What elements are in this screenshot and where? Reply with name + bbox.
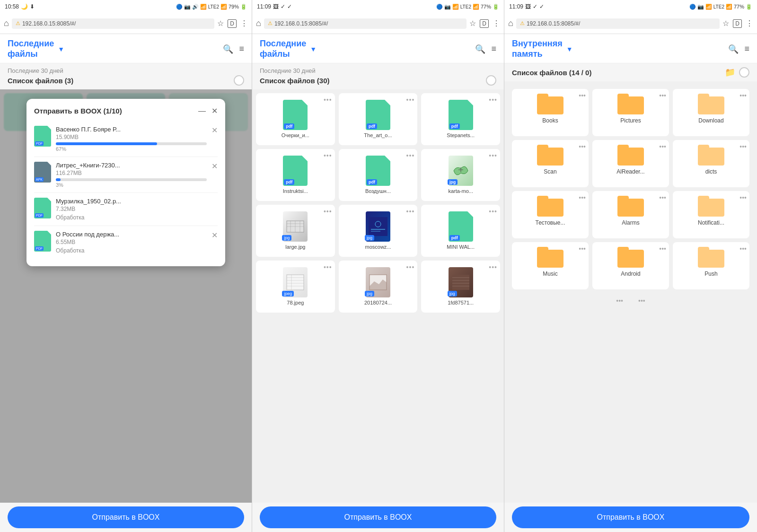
dots-p2-1[interactable]: •••	[406, 96, 415, 104]
dots-p2-7[interactable]: •••	[406, 208, 415, 215]
folder-dots-push[interactable]: •••	[739, 245, 747, 253]
file-card-p2-10[interactable]: ••• jpg 20180724...	[339, 261, 418, 313]
folder-dots-download[interactable]: •••	[739, 92, 747, 99]
dialog-item-size-1: 15.90MB	[56, 134, 207, 140]
home-icon-2[interactable]: ⌂	[256, 18, 261, 28]
close-item-4[interactable]: ✕	[211, 231, 218, 240]
bookmark-icon-2[interactable]: ☆	[469, 19, 476, 28]
thumb-p2-0: pdf	[281, 97, 309, 130]
bookmark-icon-3[interactable]: ☆	[722, 19, 729, 28]
dots-p2-6[interactable]: •••	[324, 208, 332, 215]
folder-card-testovye[interactable]: ••• Тестовые...	[512, 191, 589, 238]
home-icon-3[interactable]: ⌂	[508, 18, 513, 28]
dots-p2-8[interactable]: •••	[489, 208, 497, 215]
folder-card-android[interactable]: ••• Android	[592, 242, 669, 289]
folder-dots-alarms[interactable]: •••	[659, 194, 666, 201]
file-card-p2-8[interactable]: ••• pdf MINI WAL...	[421, 205, 500, 257]
new-folder-icon[interactable]: 📁	[725, 67, 735, 78]
folder-dots-alreader[interactable]: •••	[659, 143, 666, 150]
dots-p2-3[interactable]: •••	[324, 152, 332, 159]
folder-card-music[interactable]: ••• Music	[512, 242, 589, 289]
folder-dots-books[interactable]: •••	[579, 92, 586, 99]
app-title-3: Внутренняя память	[512, 39, 563, 59]
dots-p2-0[interactable]: •••	[324, 96, 332, 104]
folder-card-pictures[interactable]: ••• Pictures	[592, 89, 669, 136]
dots-p2-5[interactable]: •••	[489, 152, 497, 159]
file-card-p2-11[interactable]: ••• jpg 1fd87571...	[421, 261, 500, 313]
file-card-p2-4[interactable]: ••• pdf Воздушн...	[339, 149, 418, 201]
dialog-minimize[interactable]: —	[198, 107, 206, 115]
close-item-1[interactable]: ✕	[211, 126, 218, 135]
dots-p2-10[interactable]: •••	[406, 263, 415, 271]
file-card-p2-7[interactable]: ••• jpg moscowz...	[339, 205, 418, 257]
folder-card-alarms[interactable]: ••• Alarms	[592, 191, 669, 238]
dialog-file-icon-2: APK	[34, 162, 51, 183]
close-item-2[interactable]: ✕	[211, 162, 218, 171]
file-card-p2-3[interactable]: ••• pdf Instruktsi...	[256, 149, 335, 201]
dialog-item-3: PDF Мурзилка_1950_02.р... 7.32MB Обработ…	[34, 193, 218, 226]
select-all-circle-2[interactable]	[486, 75, 496, 86]
dots-p2-4[interactable]: •••	[406, 152, 415, 159]
folder-dots-scan[interactable]: •••	[579, 143, 586, 150]
more-icon-1[interactable]: ⋮	[240, 19, 248, 28]
send-btn-3[interactable]: Отправить в BOOX	[512, 506, 749, 528]
select-all-circle-3[interactable]	[739, 67, 749, 78]
folder-dots-testovye[interactable]: •••	[579, 194, 586, 201]
more-icon-2[interactable]: ⋮	[493, 19, 500, 28]
folder-card-books[interactable]: ••• Books	[512, 89, 589, 136]
dropdown-3[interactable]: ▼	[566, 45, 573, 53]
file-card-p2-9[interactable]: ••• jpeg 78.jpeg	[256, 261, 335, 313]
bookmark-icon-1[interactable]: ☆	[217, 19, 224, 28]
folder-card-push[interactable]: ••• Push	[673, 242, 749, 289]
file-card-p2-2[interactable]: ••• pdf Stepanets...	[421, 93, 500, 145]
dropdown-arrow-1[interactable]: ▼	[58, 45, 64, 53]
file-card-p2-6[interactable]: ••• jpg large.jpg	[256, 205, 335, 257]
send-btn-1[interactable]: Отправить в BOOX	[8, 506, 244, 528]
search-icon-1[interactable]: 🔍	[223, 44, 233, 54]
tab-icon-1[interactable]: D	[228, 19, 237, 28]
file-card-p2-1[interactable]: ••• pdf The_art_o...	[339, 93, 418, 145]
app-title-1: Последние файлы	[8, 39, 54, 59]
subtitle-1: Последние 30 дней	[8, 67, 244, 74]
folder-card-dicts[interactable]: ••• dicts	[673, 140, 749, 187]
search-icon-3[interactable]: 🔍	[728, 44, 739, 54]
folder-card-alreader[interactable]: ••• AlReader...	[592, 140, 669, 187]
folder-dots-dicts[interactable]: •••	[739, 143, 747, 150]
folder-dots-music[interactable]: •••	[579, 245, 586, 253]
progress-fill-2	[56, 178, 61, 181]
dialog-file-icon-1: PDF	[34, 126, 51, 147]
more-icon-3[interactable]: ⋮	[746, 19, 753, 28]
folder-card-download[interactable]: ••• Download	[673, 89, 749, 136]
url-bar-2[interactable]: ⚠ 192.168.0.15:8085/#/	[264, 18, 467, 29]
file-card-p2-5[interactable]: ••• jpg karta-mo...	[421, 149, 500, 201]
folder-card-notifications[interactable]: ••• Notificati...	[673, 191, 749, 238]
folder-dots-pictures[interactable]: •••	[659, 92, 666, 99]
folder-card-scan[interactable]: ••• Scan	[512, 140, 589, 187]
url-bar-1[interactable]: ⚠ 192.168.0.15:8085/#/	[12, 18, 214, 29]
folder-dots-android[interactable]: •••	[659, 245, 666, 253]
menu-icon-3[interactable]: ≡	[744, 44, 749, 54]
folder-name-android: Android	[621, 270, 640, 277]
dialog-item-size-2: 116.27MB	[56, 170, 207, 176]
folder-icon-dicts	[698, 145, 724, 166]
folder-grid-3: ••• Books ••• Pictures •••	[504, 81, 757, 503]
folder-name-music: Music	[543, 270, 557, 277]
select-all-circle-1[interactable]	[234, 75, 244, 86]
home-icon-1[interactable]: ⌂	[4, 18, 9, 28]
dropdown-2[interactable]: ▼	[310, 45, 317, 53]
progress-bar-2	[56, 178, 207, 181]
tab-icon-2[interactable]: D	[480, 19, 489, 28]
file-card-p2-0[interactable]: ••• pdf Очерки_и...	[256, 93, 335, 145]
url-bar-3[interactable]: ⚠ 192.168.0.15:8085/#/	[516, 18, 720, 29]
dots-p2-9[interactable]: •••	[324, 263, 332, 271]
folder-dots-notifications[interactable]: •••	[739, 194, 747, 201]
menu-icon-1[interactable]: ≡	[239, 44, 244, 54]
dialog-close[interactable]: ✕	[211, 106, 218, 115]
send-dialog: Отправить в BOOX (1/10) — ✕ PDF Васенко …	[26, 99, 225, 266]
dots-p2-11[interactable]: •••	[489, 263, 497, 271]
send-btn-2[interactable]: Отправить в BOOX	[260, 506, 496, 528]
search-icon-2[interactable]: 🔍	[475, 44, 485, 54]
dots-p2-2[interactable]: •••	[489, 96, 497, 104]
menu-icon-2[interactable]: ≡	[491, 44, 496, 54]
tab-icon-3[interactable]: D	[733, 19, 742, 28]
